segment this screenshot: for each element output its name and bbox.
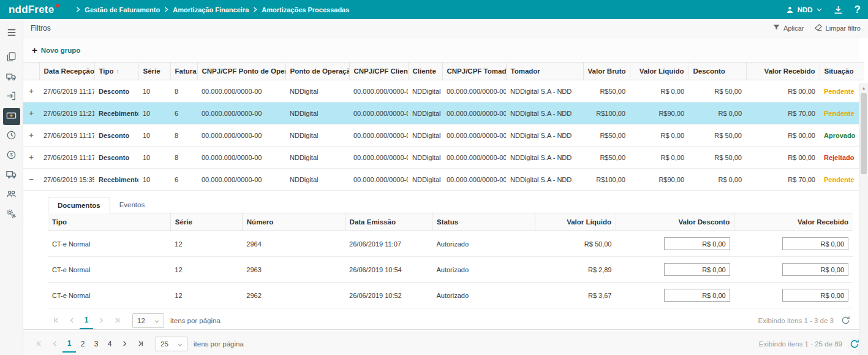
refresh-button[interactable] (841, 316, 850, 325)
col-doc-status[interactable]: Status (432, 213, 535, 231)
col-cnpj-ponto-operacao[interactable]: CNPJ/CPF Ponto de Operação (197, 63, 285, 80)
valor-desconto-input[interactable] (664, 237, 730, 250)
sidebar-item-finance[interactable]: $ (3, 147, 20, 164)
page-number[interactable]: 3 (89, 335, 103, 353)
copy-documents-icon (6, 51, 17, 64)
col-doc-serie[interactable]: Série (170, 213, 242, 231)
col-cliente[interactable]: Cliente (408, 63, 442, 80)
cell-valor-liquido: R$ 0,00 (630, 80, 689, 102)
valor-desconto-input[interactable] (664, 263, 730, 276)
col-tipo[interactable]: Tipo↑ (94, 63, 138, 80)
expand-row-button[interactable]: + (28, 86, 35, 96)
app-logo-text: nddFrete (9, 4, 54, 15)
new-group-button[interactable]: + Novo grupo (32, 45, 80, 55)
sidebar-item-transport[interactable] (3, 69, 20, 86)
vertical-scrollbar[interactable]: ▲ (859, 83, 868, 355)
col-doc-tipo[interactable]: Tipo (48, 213, 170, 231)
document-row[interactable]: CT-e Normal 12 2964 26/06/2019 11:07 Aut… (48, 231, 853, 257)
col-doc-numero[interactable]: Número (242, 213, 345, 231)
refresh-button[interactable] (850, 339, 859, 349)
document-row[interactable]: CT-e Normal 12 2963 26/06/2019 10:54 Aut… (48, 257, 853, 283)
col-doc-valor-desconto[interactable]: Valor Desconto (616, 213, 734, 231)
valor-recebido-input[interactable] (782, 289, 848, 302)
expand-row-button[interactable]: + (28, 153, 35, 162)
breadcrumb-item[interactable]: Amortização Financeira (173, 6, 249, 13)
clear-filter-button[interactable]: Limpar filtro (814, 23, 861, 32)
table-row-expanded[interactable]: − 27/06/2019 15:35 Recebimento 10 6 00.0… (23, 169, 864, 191)
help-button[interactable]: ? (855, 4, 861, 15)
valor-recebido-input[interactable] (782, 263, 848, 276)
next-page-button[interactable] (93, 312, 109, 329)
col-valor-recebido[interactable]: Valor Recebido (746, 63, 820, 80)
col-ponto-operacao[interactable]: Ponto de Operação (285, 63, 349, 80)
document-row[interactable]: CT-e Normal 12 2962 26/06/2019 10:52 Aut… (48, 283, 853, 308)
tab-eventos[interactable]: Eventos (110, 197, 154, 213)
table-row-selected[interactable]: + 27/06/2019 11:21 Recebimento 10 6 00.0… (23, 102, 864, 124)
col-doc-data-emissao[interactable]: Data Emissão (345, 213, 432, 231)
hamburger-icon (6, 28, 17, 39)
sidebar-item-documents[interactable] (3, 49, 20, 66)
download-button[interactable] (833, 5, 843, 15)
user-menu[interactable]: NDD (786, 6, 822, 14)
page-number-current[interactable]: 1 (80, 312, 93, 329)
cell-cnpj-tomador: 00.000.000/0000-00 (442, 102, 506, 124)
last-page-button[interactable] (109, 312, 125, 329)
col-cnpj-cliente[interactable]: CNPJ/CPF Cliente (349, 63, 408, 80)
col-fatura[interactable]: Fatura (170, 63, 197, 80)
table-row[interactable]: + 27/06/2019 11:17 Desconto 10 8 00.000.… (23, 124, 864, 147)
main-pager: 1 2 3 4 25 itens por página Exibindo ite… (23, 332, 868, 355)
table-row[interactable]: + 27/06/2019 11:17 Desconto 10 8 00.000.… (23, 147, 864, 169)
table-row[interactable]: + 27/06/2019 11:17 Desconto 10 8 00.000.… (23, 80, 864, 102)
page-size-select[interactable]: 25 (156, 337, 187, 351)
group-panel: + Novo grupo (23, 37, 859, 62)
cell-cnpj-tomador: 00.000.000/0000-00 (442, 80, 506, 102)
scrollbar-thumb[interactable] (861, 93, 867, 174)
cell-fatura: 8 (170, 80, 197, 102)
next-page-button[interactable] (116, 335, 132, 353)
col-situacao[interactable]: Situação (820, 63, 864, 80)
col-cnpj-tomador[interactable]: CNPJ/CPF Tomador (442, 63, 506, 80)
col-serie[interactable]: Série (138, 63, 170, 80)
expand-row-button[interactable]: + (28, 109, 35, 118)
apply-filter-button[interactable]: Aplicar (772, 23, 804, 32)
col-desconto[interactable]: Desconto (689, 63, 746, 80)
sidebar-item-users[interactable] (3, 186, 20, 204)
collapse-row-button[interactable]: − (28, 175, 35, 184)
cell-valor-liquido: R$90,00 (630, 102, 689, 124)
last-page-button[interactable] (132, 335, 148, 353)
scrollbar-up-button[interactable]: ▲ (859, 83, 868, 93)
col-valor-bruto[interactable]: Valor Bruto (583, 63, 630, 80)
page-number[interactable]: 4 (103, 335, 116, 353)
valor-desconto-input[interactable] (664, 289, 730, 302)
first-page-button[interactable] (31, 335, 47, 353)
col-doc-valor-liquido[interactable]: Valor Líquido (535, 213, 616, 231)
cell-cliente: NDDigital (408, 169, 442, 191)
main-content: Filtros Aplicar Limpar filtro + Novo gru… (23, 19, 868, 355)
menu-button[interactable] (3, 25, 20, 42)
sidebar-item-history[interactable] (3, 128, 20, 145)
expand-row-button[interactable]: + (28, 131, 35, 140)
svg-text:$: $ (10, 152, 13, 158)
status-badge: Pendente (820, 169, 864, 191)
page-number-current[interactable]: 1 (62, 335, 76, 353)
prev-page-button[interactable] (47, 335, 62, 353)
tab-documentos[interactable]: Documentos (48, 197, 110, 213)
page-number[interactable]: 2 (76, 335, 89, 353)
breadcrumb-item[interactable]: Gestão de Faturamento (85, 6, 160, 13)
sort-ascending-icon: ↑ (116, 68, 119, 75)
col-tomador[interactable]: Tomador (506, 63, 583, 80)
sidebar-item-settings[interactable] (3, 206, 20, 223)
cell-valor-bruto: R$100,00 (583, 102, 630, 124)
page-size-select[interactable]: 12 (132, 313, 164, 328)
sidebar-item-export[interactable] (3, 88, 20, 105)
col-doc-valor-recebido[interactable]: Valor Recebido (734, 213, 853, 231)
valor-recebido-input[interactable] (782, 237, 848, 250)
col-valor-liquido[interactable]: Valor Líquido (630, 63, 689, 80)
sidebar-item-billing[interactable] (3, 108, 20, 125)
first-page-button[interactable] (48, 312, 64, 329)
breadcrumb-item[interactable]: Amortizações Processadas (262, 6, 349, 13)
sidebar-item-freight[interactable] (3, 167, 20, 184)
cell-doc-numero: 2964 (242, 231, 345, 257)
prev-page-button[interactable] (64, 312, 80, 329)
col-data-recepcao[interactable]: Data Recepção (39, 63, 94, 80)
